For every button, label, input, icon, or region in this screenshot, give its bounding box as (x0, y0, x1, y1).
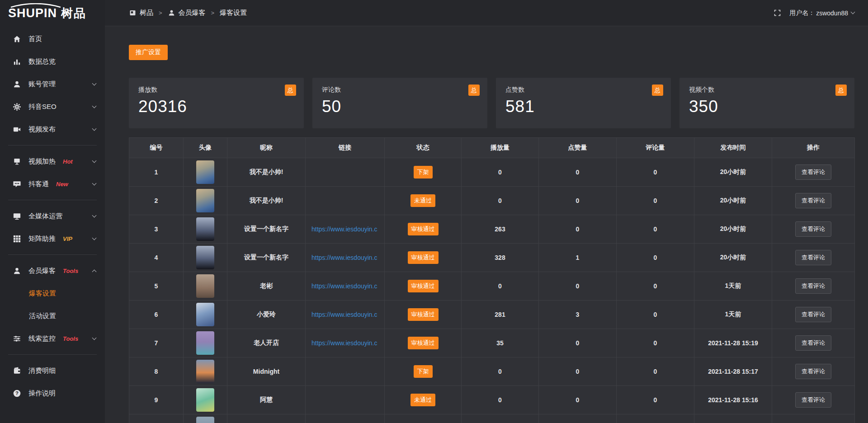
view-comments-button[interactable]: 查看评论 (795, 335, 831, 351)
sidebar-subitem-activity-settings[interactable]: 活动设置 (0, 305, 105, 327)
cell-plays: 328 (462, 244, 539, 272)
view-comments-button[interactable]: 查看评论 (795, 278, 831, 294)
cell-plays: 35 (462, 329, 539, 357)
cell-avatar (184, 357, 227, 386)
username-label: 用户名： (789, 9, 815, 17)
cell-publish-time: 20小时前 (694, 187, 772, 215)
cell-publish-time: 20小时前 (694, 244, 772, 272)
cell-actions (772, 414, 855, 423)
cell-plays: 0 (462, 158, 539, 187)
col-header-link: 链接 (306, 138, 385, 158)
avatar (196, 303, 214, 326)
stat-label: 播放数 (138, 86, 157, 93)
cell-publish-time: 1天前 (694, 301, 772, 329)
table-row: 2 我不是小帅! 未通过 0 0 0 (129, 187, 855, 215)
col-header-status: 状态 (385, 138, 462, 158)
cell-actions: 查看评论 (772, 158, 855, 187)
view-comments-button[interactable]: 查看评论 (795, 193, 831, 208)
sidebar-item-lead-monitor[interactable]: 线索监控 Tools (0, 327, 105, 350)
video-icon (13, 125, 21, 134)
video-link[interactable]: https://www.iesdouyin.c (311, 339, 378, 347)
video-link[interactable]: https://www.iesdouyin.c (311, 226, 378, 233)
video-link[interactable]: https://www.iesdouyin.c (311, 311, 378, 318)
chevron-down-icon (92, 159, 97, 163)
cell-status: 下架 (385, 357, 462, 386)
cell-likes: 0 (539, 357, 617, 386)
view-comments-button[interactable]: 查看评论 (795, 250, 831, 265)
col-header-likes: 点赞量 (539, 138, 617, 158)
cell-comments (617, 414, 694, 423)
new-badge: New (56, 181, 68, 188)
sidebar-item-douyin-seo[interactable]: 抖音SEO (0, 95, 105, 118)
cell-status: 下架 (385, 158, 462, 187)
view-comments-button[interactable]: 查看评论 (795, 392, 831, 408)
sidebar-item-instructions[interactable]: 操作说明 (0, 382, 105, 404)
cell-nickname: 阿慧 (227, 386, 306, 414)
cell-link (306, 386, 385, 414)
sidebar-item-account-mgmt[interactable]: 账号管理 (0, 73, 105, 95)
sidebar-nav: 首页 数据总览 账号管理 抖音SEO 视频发布 视频加热 Hot (0, 26, 105, 404)
brand-logo[interactable]: SHUPIN 树品 (0, 0, 105, 26)
table-row: 7 老人开店 https://www.iesdouyin.c 审核通过 35 0 (129, 329, 855, 357)
sidebar-item-video-heat[interactable]: 视频加热 Hot (0, 150, 105, 173)
view-comments-button[interactable]: 查看评论 (795, 221, 831, 237)
cell-link (306, 158, 385, 187)
home-icon (13, 35, 21, 43)
sidebar-item-omnimedia[interactable]: 全媒体运营 (0, 205, 105, 227)
sidebar-subitem-baoke-settings[interactable]: 爆客设置 (0, 282, 105, 305)
sidebar-item-home[interactable]: 首页 (0, 28, 105, 50)
cell-avatar (184, 215, 227, 244)
sidebar-item-member-baoke[interactable]: 会员爆客 Tools (0, 259, 105, 282)
sidebar-item-data-overview[interactable]: 数据总览 (0, 50, 105, 73)
breadcrumb-item-member-baoke[interactable]: 会员爆客 (168, 9, 206, 17)
cell-comments: 0 (617, 158, 694, 187)
question-icon (13, 389, 21, 398)
sidebar-item-video-publish[interactable]: 视频发布 (0, 118, 105, 141)
status-badge: 未通过 (410, 394, 435, 406)
cell-number: 8 (129, 357, 184, 386)
sidebar-item-douketong[interactable]: 抖客通 New (0, 173, 105, 195)
user-icon (168, 9, 175, 17)
view-comments-button[interactable]: 查看评论 (795, 164, 831, 180)
brand-logo-text: SHUPIN (8, 7, 57, 19)
video-link[interactable]: https://www.iesdouyin.c (311, 254, 378, 261)
cell-comments: 0 (617, 244, 694, 272)
stat-value: 20316 (138, 97, 296, 116)
breadcrumb-separator: > (211, 9, 215, 16)
sidebar-item-consumption-detail[interactable]: 消费明细 (0, 359, 105, 382)
cell-avatar (184, 301, 227, 329)
cell-actions: 查看评论 (772, 329, 855, 357)
view-comments-button[interactable]: 查看评论 (795, 364, 831, 379)
user-menu[interactable]: 用户名：zswodun88 (789, 9, 854, 17)
cell-publish-time: 2021-11-28 15:19 (694, 329, 772, 357)
cell-comments: 0 (617, 187, 694, 215)
view-comments-button[interactable]: 查看评论 (795, 307, 831, 322)
sidebar-item-matrix-boost[interactable]: 矩阵助推 VIP (0, 227, 105, 250)
cell-comments: 0 (617, 357, 694, 386)
tools-badge: Tools (63, 335, 78, 342)
cell-link: https://www.iesdouyin.c (306, 244, 385, 272)
cell-link: https://www.iesdouyin.c (306, 272, 385, 301)
cell-plays: 0 (462, 187, 539, 215)
cell-status: 未通过 (385, 386, 462, 414)
cell-actions: 查看评论 (772, 272, 855, 301)
table-header-row: 编号 头像 昵称 链接 状态 播放量 点赞量 评论量 发布时间 操作 (129, 138, 855, 158)
status-badge: 审核通过 (408, 223, 439, 235)
cell-nickname: 我不是小帅! (227, 187, 306, 215)
cell-comments: 0 (617, 386, 694, 414)
cell-avatar (184, 414, 227, 423)
cell-likes (539, 414, 617, 423)
chevron-down-icon (92, 181, 97, 186)
table-row: 6 小爱玲 https://www.iesdouyin.c 审核通过 281 3 (129, 301, 855, 329)
username: zswodun88 (816, 9, 848, 17)
cell-likes: 0 (539, 187, 617, 215)
fullscreen-icon[interactable] (774, 9, 781, 17)
status-badge: 下架 (414, 365, 433, 378)
cell-comments: 0 (617, 301, 694, 329)
cell-status: 审核通过 (385, 301, 462, 329)
col-header-publish-time: 发布时间 (694, 138, 772, 158)
breadcrumb-item-shupin[interactable]: 树品 (129, 9, 153, 17)
table-row: 9 阿慧 未通过 0 0 0 202 (129, 386, 855, 414)
promo-settings-button[interactable]: 推广设置 (129, 45, 168, 60)
video-link[interactable]: https://www.iesdouyin.c (311, 282, 378, 290)
